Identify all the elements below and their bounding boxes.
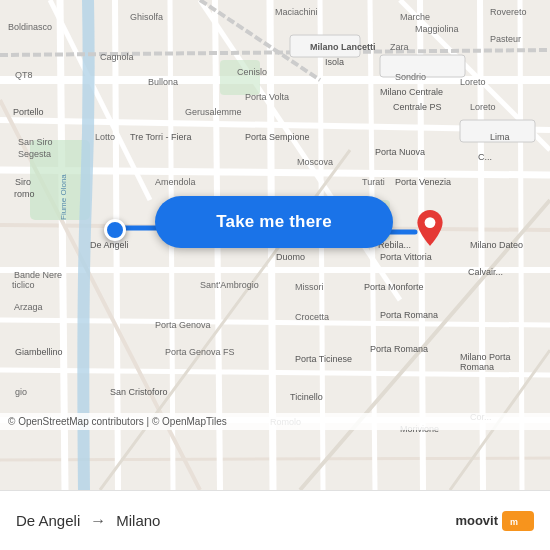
svg-text:Milano Porta: Milano Porta xyxy=(460,352,511,362)
destination-marker xyxy=(416,210,444,246)
origin-marker xyxy=(104,219,126,241)
moovit-text: moovit xyxy=(455,513,498,528)
svg-text:Porta Ticinese: Porta Ticinese xyxy=(295,354,352,364)
svg-text:Sondrio: Sondrio xyxy=(395,72,426,82)
svg-text:Crocetta: Crocetta xyxy=(295,312,329,322)
svg-text:Porta Romana: Porta Romana xyxy=(370,344,428,354)
direction-arrow: → xyxy=(90,512,106,530)
svg-text:Sant'Ambrogio: Sant'Ambrogio xyxy=(200,280,259,290)
svg-text:Milano Dateo: Milano Dateo xyxy=(470,240,523,250)
route-button-label: Take me there xyxy=(216,212,332,232)
map-container: Boldinasco Ghisolfa Maciachini Marche Ro… xyxy=(0,0,550,490)
svg-text:Porta Genova: Porta Genova xyxy=(155,320,211,330)
svg-text:Moscova: Moscova xyxy=(297,157,333,167)
destination-label: Milano xyxy=(116,512,160,529)
svg-text:Cenislo: Cenislo xyxy=(237,67,267,77)
svg-text:Arzaga: Arzaga xyxy=(14,302,43,312)
svg-text:Porta Nuova: Porta Nuova xyxy=(375,147,425,157)
svg-text:Bande Nere: Bande Nere xyxy=(14,270,62,280)
svg-text:Porta Genova FS: Porta Genova FS xyxy=(165,347,235,357)
svg-text:Segesta: Segesta xyxy=(18,149,51,159)
svg-rect-28 xyxy=(220,60,260,95)
svg-text:Tre Torri - Fiera: Tre Torri - Fiera xyxy=(130,132,192,142)
svg-text:Turati: Turati xyxy=(362,177,385,187)
origin-label: De Angeli xyxy=(16,512,80,529)
svg-text:Centrale PS: Centrale PS xyxy=(393,102,442,112)
svg-text:Romana: Romana xyxy=(460,362,494,372)
svg-text:Fiume Olona: Fiume Olona xyxy=(59,174,68,220)
svg-text:San Cristoforo: San Cristoforo xyxy=(110,387,168,397)
svg-text:Calvair...: Calvair... xyxy=(468,267,503,277)
svg-text:Pasteur: Pasteur xyxy=(490,34,521,44)
svg-text:Porta Volta: Porta Volta xyxy=(245,92,289,102)
svg-text:romo: romo xyxy=(14,189,35,199)
svg-text:Boldinasco: Boldinasco xyxy=(8,22,52,32)
moovit-icon: m xyxy=(502,511,534,531)
svg-text:Maggiolina: Maggiolina xyxy=(415,24,459,34)
svg-text:Giambellino: Giambellino xyxy=(15,347,63,357)
svg-text:Porta Monforte: Porta Monforte xyxy=(364,282,424,292)
moovit-logo: moovit m xyxy=(455,511,534,531)
svg-text:Bullona: Bullona xyxy=(148,77,178,87)
bottom-bar: De Angeli → Milano moovit m xyxy=(0,490,550,550)
svg-text:Ghisolfa: Ghisolfa xyxy=(130,12,163,22)
svg-text:Ticinello: Ticinello xyxy=(290,392,323,402)
svg-text:Porta Venezia: Porta Venezia xyxy=(395,177,451,187)
svg-text:Cagnola: Cagnola xyxy=(100,52,134,62)
svg-text:Maciachini: Maciachini xyxy=(275,7,318,17)
svg-point-99 xyxy=(425,217,436,228)
svg-text:Porta Vittoria: Porta Vittoria xyxy=(380,252,432,262)
attribution-text: © OpenStreetMap contributors | © OpenMap… xyxy=(8,416,227,427)
svg-text:Duomo: Duomo xyxy=(276,252,305,262)
svg-text:Loreto: Loreto xyxy=(460,77,486,87)
svg-text:Portello: Portello xyxy=(13,107,44,117)
svg-text:De Angeli: De Angeli xyxy=(90,240,129,250)
svg-text:Zara: Zara xyxy=(390,42,409,52)
svg-text:Marche: Marche xyxy=(400,12,430,22)
svg-text:Porta Romana: Porta Romana xyxy=(380,310,438,320)
svg-text:Gerusalemme: Gerusalemme xyxy=(185,107,242,117)
svg-text:C...: C... xyxy=(478,152,492,162)
svg-text:Isola: Isola xyxy=(325,57,344,67)
svg-text:Rovereto: Rovereto xyxy=(490,7,527,17)
svg-text:Lima: Lima xyxy=(490,132,510,142)
svg-text:Lotto: Lotto xyxy=(95,132,115,142)
svg-text:San Siro: San Siro xyxy=(18,137,53,147)
svg-text:m: m xyxy=(510,517,518,527)
svg-text:Loreto: Loreto xyxy=(470,102,496,112)
svg-text:Missori: Missori xyxy=(295,282,324,292)
svg-text:QT8: QT8 xyxy=(15,70,33,80)
attribution-bar: © OpenStreetMap contributors | © OpenMap… xyxy=(0,413,550,430)
svg-text:ticlico: ticlico xyxy=(12,280,35,290)
svg-text:Milano Centrale: Milano Centrale xyxy=(380,87,443,97)
svg-text:gio: gio xyxy=(15,387,27,397)
svg-text:Milano Lancetti: Milano Lancetti xyxy=(310,42,376,52)
take-me-there-button[interactable]: Take me there xyxy=(155,196,393,248)
svg-text:Amendola: Amendola xyxy=(155,177,196,187)
svg-text:Porta Sempione: Porta Sempione xyxy=(245,132,310,142)
svg-text:Siro: Siro xyxy=(15,177,31,187)
